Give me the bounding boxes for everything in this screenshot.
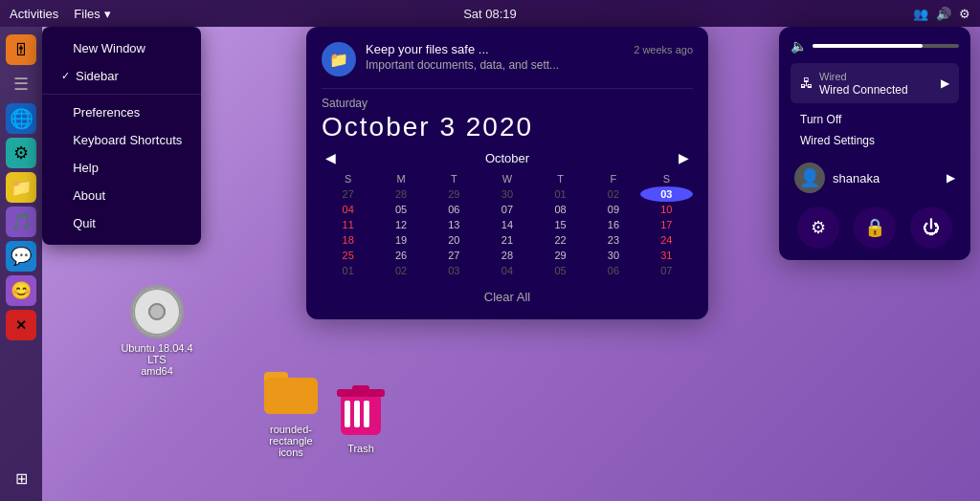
volume-icon[interactable]: 🔊 bbox=[936, 7, 951, 21]
topbar-datetime[interactable]: Sat 08:19 bbox=[463, 7, 517, 21]
sys-power-button[interactable]: ⏻ bbox=[910, 207, 952, 249]
cal-day-cell[interactable]: 13 bbox=[428, 217, 480, 232]
files-menu[interactable]: Files ▾ bbox=[74, 7, 110, 21]
user-arrow-icon: ▶ bbox=[947, 171, 955, 185]
cal-day-cell[interactable]: 28 bbox=[374, 186, 427, 202]
cal-day-cell[interactable]: 02 bbox=[374, 263, 427, 278]
network-arrow-icon: ▶ bbox=[941, 76, 949, 90]
svg-rect-9 bbox=[364, 401, 369, 427]
cal-prev-button[interactable]: ◀ bbox=[322, 150, 340, 165]
cal-day-cell[interactable]: 09 bbox=[587, 202, 639, 217]
trash-desktop-icon[interactable]: Trash bbox=[337, 385, 385, 454]
topbar-left: Activities Files ▾ bbox=[10, 7, 111, 21]
menu-item-new-window[interactable]: New Window bbox=[42, 34, 201, 62]
cal-day-cell[interactable]: 07 bbox=[640, 263, 693, 278]
menu-item-quit[interactable]: Quit bbox=[42, 209, 201, 237]
cal-week-row: 27282930010203 bbox=[322, 186, 693, 202]
cal-day-cell[interactable]: 05 bbox=[374, 202, 427, 217]
network-left: 🖧 Wired Wired Connected bbox=[800, 70, 908, 97]
cal-month-label: October bbox=[485, 151, 529, 165]
cal-header-row: SMTWTFS bbox=[322, 171, 693, 186]
cal-day-cell[interactable]: 26 bbox=[374, 248, 427, 263]
cal-day-cell[interactable]: 03 bbox=[640, 186, 693, 202]
dock-icon-equalizer[interactable]: 🎚 bbox=[6, 34, 36, 65]
sys-settings-button[interactable]: ⚙ bbox=[797, 207, 839, 249]
cal-day-cell[interactable]: 11 bbox=[322, 217, 374, 232]
system-panel: 🔈 🖧 Wired Wired Connected ▶ Turn Off Wir… bbox=[779, 27, 970, 260]
svg-point-0 bbox=[134, 289, 180, 335]
cal-day-cell[interactable]: 10 bbox=[640, 202, 693, 217]
cal-day-cell[interactable]: 06 bbox=[428, 202, 480, 217]
menu-item-keyboard-shortcuts[interactable]: Keyboard Shortcuts bbox=[42, 126, 201, 154]
files-arrow: ▾ bbox=[104, 7, 111, 21]
folder-desktop-icon[interactable]: rounded-rectangleicons bbox=[253, 366, 329, 458]
turn-off-button[interactable]: Turn Off bbox=[791, 111, 959, 128]
activities-button[interactable]: Activities bbox=[10, 7, 58, 21]
cal-day-cell[interactable]: 02 bbox=[587, 186, 639, 202]
cal-day-cell[interactable]: 04 bbox=[322, 202, 374, 217]
cal-day-cell[interactable]: 25 bbox=[322, 248, 374, 263]
volume-slider[interactable] bbox=[813, 44, 959, 48]
cal-day-cell[interactable]: 20 bbox=[428, 232, 480, 248]
network-row[interactable]: 🖧 Wired Wired Connected ▶ bbox=[791, 63, 959, 103]
cal-day-cell[interactable]: 12 bbox=[374, 217, 427, 232]
cal-day-cell[interactable]: 27 bbox=[322, 186, 374, 202]
trash-icon-label: Trash bbox=[347, 443, 374, 454]
cal-day-cell[interactable]: 19 bbox=[374, 232, 427, 248]
sys-lock-button[interactable]: 🔒 bbox=[854, 207, 896, 249]
disc-desktop-icon[interactable]: Ubuntu 18.04.4 LTSamd64 bbox=[119, 285, 195, 377]
cal-day-cell[interactable]: 01 bbox=[322, 263, 374, 278]
cal-day-cell[interactable]: 15 bbox=[534, 217, 587, 232]
menu-item-help[interactable]: Help bbox=[42, 154, 201, 182]
cal-day-cell[interactable]: 22 bbox=[534, 232, 587, 248]
cal-day-cell[interactable]: 31 bbox=[640, 248, 693, 263]
accessibility-icon[interactable]: 👥 bbox=[913, 7, 928, 21]
files-label: Files bbox=[74, 7, 100, 21]
wired-settings-button[interactable]: Wired Settings bbox=[791, 132, 959, 149]
clear-all-button[interactable]: Clear All bbox=[322, 290, 693, 304]
cal-day-cell[interactable]: 18 bbox=[322, 232, 374, 248]
cal-day-cell[interactable]: 06 bbox=[587, 263, 639, 278]
cal-day-cell[interactable]: 24 bbox=[640, 232, 693, 248]
disc-icon-image bbox=[130, 285, 184, 338]
cal-week-row: 18192021222324 bbox=[322, 232, 693, 248]
cal-day-cell[interactable]: 27 bbox=[428, 248, 480, 263]
notification-panel: 📁 Keep your files safe ... 2 weeks ago I… bbox=[306, 27, 708, 319]
menu-item-preferences[interactable]: Preferences bbox=[42, 98, 201, 126]
cal-day-cell[interactable]: 21 bbox=[480, 232, 534, 248]
topbar-right: 👥 🔊 ⚙ bbox=[913, 7, 970, 21]
dock-icon-settings[interactable]: ⚙ bbox=[6, 138, 36, 168]
cal-day-cell[interactable]: 29 bbox=[428, 186, 480, 202]
cal-day-cell[interactable]: 08 bbox=[534, 202, 587, 217]
system-icon[interactable]: ⚙ bbox=[959, 7, 970, 21]
cal-table: SMTWTFS 27282930010203040506070809101112… bbox=[322, 171, 693, 278]
cal-body: 2728293001020304050607080910111213141516… bbox=[322, 186, 693, 278]
menu-item-about[interactable]: About bbox=[42, 182, 201, 209]
cal-day-cell[interactable]: 30 bbox=[587, 248, 639, 263]
dock-grid-button[interactable]: ⊞ bbox=[6, 463, 36, 493]
cal-week-row: 01020304050607 bbox=[322, 263, 693, 278]
cal-next-button[interactable]: ▶ bbox=[675, 150, 693, 165]
calendar-section: Saturday October 3 2020 ◀ October ▶ SMTW… bbox=[322, 88, 693, 304]
dock-icon-chat[interactable]: 💬 bbox=[6, 241, 36, 272]
cal-day-cell[interactable]: 07 bbox=[480, 202, 534, 217]
cal-day-cell[interactable]: 04 bbox=[480, 263, 534, 278]
cal-day-cell[interactable]: 05 bbox=[534, 263, 587, 278]
cal-day-cell[interactable]: 03 bbox=[428, 263, 480, 278]
cal-day-cell[interactable]: 01 bbox=[534, 186, 587, 202]
dock-icon-music[interactable]: 🎵 bbox=[6, 207, 36, 237]
cal-day-cell[interactable]: 29 bbox=[534, 248, 587, 263]
cal-day-cell[interactable]: 16 bbox=[587, 217, 639, 232]
cal-day-cell[interactable]: 17 bbox=[640, 217, 693, 232]
dock-icon-lines[interactable]: ☰ bbox=[6, 69, 36, 99]
menu-item-sidebar[interactable]: ✓ Sidebar bbox=[42, 62, 201, 90]
cal-day-cell[interactable]: 28 bbox=[480, 248, 534, 263]
cal-day-cell[interactable]: 23 bbox=[587, 232, 639, 248]
cal-day-cell[interactable]: 14 bbox=[480, 217, 534, 232]
volume-fill bbox=[813, 44, 923, 48]
cal-day-cell[interactable]: 30 bbox=[480, 186, 534, 202]
dock-icon-remove[interactable]: ✕ bbox=[6, 310, 36, 340]
dock-icon-face[interactable]: 😊 bbox=[6, 275, 36, 306]
dock-icon-browser[interactable]: 🌐 bbox=[6, 103, 36, 134]
dock-icon-files[interactable]: 📁 bbox=[6, 172, 36, 203]
